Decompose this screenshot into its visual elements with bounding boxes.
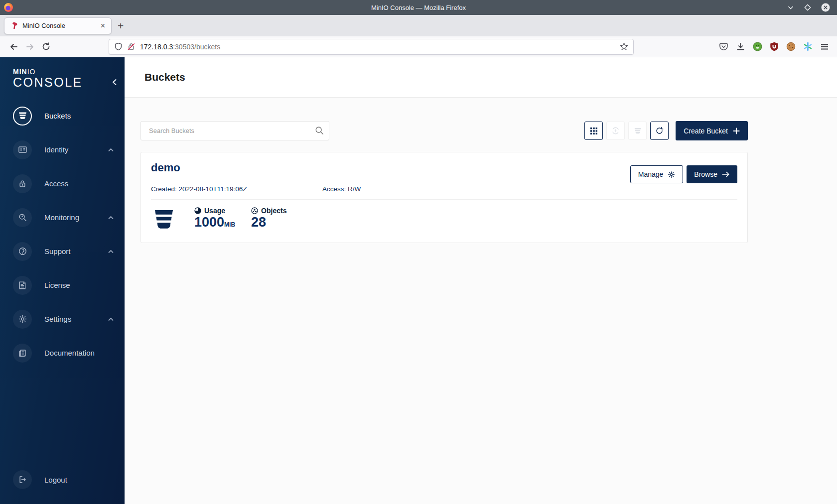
create-bucket-button[interactable]: Create Bucket: [676, 121, 748, 140]
privacy-badger-icon[interactable]: [753, 42, 762, 51]
page-title: Buckets: [144, 71, 185, 83]
url-bar[interactable]: 172.18.0.3:30503/buckets: [109, 39, 634, 55]
identity-icon: [18, 145, 27, 154]
usage-unit: MiB: [224, 221, 235, 228]
bucket-icon: [18, 111, 27, 121]
settings-gear-icon: [18, 314, 27, 324]
bucket-access: Access: R/W: [322, 185, 361, 193]
sidebar-menu: Buckets Identity Access Monitoring Suppo…: [0, 99, 125, 370]
search-input[interactable]: [140, 121, 329, 140]
shield-icon[interactable]: [114, 42, 123, 51]
pocket-icon[interactable]: [719, 42, 728, 51]
tab-bar: MinIO Console × +: [0, 15, 837, 36]
buckets-toolbar: Create Bucket: [140, 121, 748, 140]
access-lock-icon: [18, 179, 27, 188]
refresh-icon: [655, 126, 664, 135]
sidebar-item-label: Buckets: [44, 112, 71, 120]
manage-label: Manage: [638, 170, 664, 178]
chevron-up-icon[interactable]: [108, 317, 114, 321]
back-button[interactable]: [6, 39, 22, 55]
replicate-icon: [611, 126, 620, 135]
sidebar-item-label: Identity: [44, 145, 68, 154]
new-tab-button[interactable]: +: [118, 20, 124, 31]
browse-button[interactable]: Browse: [687, 165, 737, 183]
sidebar-item-label: Access: [44, 179, 68, 188]
gear-icon: [668, 171, 675, 178]
sidebar-item-buckets[interactable]: Buckets: [0, 99, 125, 133]
tab-close-icon[interactable]: ×: [99, 22, 107, 30]
url-path: :30503/buckets: [173, 43, 220, 51]
objects-metric: Objects 28: [251, 207, 286, 230]
refresh-buckets-button[interactable]: [650, 122, 669, 140]
card-divider: [151, 199, 737, 200]
monitoring-icon: [18, 213, 27, 222]
sidebar-item-label: License: [44, 281, 70, 289]
sidebar-item-settings[interactable]: Settings: [0, 302, 125, 336]
tab-minio-console[interactable]: MinIO Console ×: [4, 17, 112, 34]
chevron-up-icon[interactable]: [108, 148, 114, 152]
brand-console: CONSOLE: [13, 76, 125, 89]
sidebar-item-label: Support: [44, 247, 71, 255]
firefox-logo-icon: [3, 2, 13, 12]
close-button[interactable]: [821, 3, 830, 12]
url-host: 172.18.0.3: [140, 43, 173, 51]
grid-view-icon: [590, 127, 598, 135]
bucket-icon: [152, 207, 176, 233]
minio-favicon-icon: [10, 22, 18, 30]
container-icon[interactable]: [803, 42, 813, 51]
cookie-icon[interactable]: [786, 42, 796, 51]
brand-minio-light: IO: [27, 68, 36, 76]
objects-value: 28: [251, 215, 266, 230]
delete-buckets-button: [628, 122, 647, 140]
brand-minio-bold: MIN: [13, 68, 27, 76]
usage-pie-icon: [194, 207, 201, 214]
usage-label: Usage: [204, 207, 225, 215]
window-titlebar: MinIO Console — Mozilla Firefox: [0, 0, 837, 15]
manage-button[interactable]: Manage: [630, 165, 684, 183]
usage-metric: Usage 1000MiB: [194, 207, 235, 230]
url-text[interactable]: 172.18.0.3:30503/buckets: [140, 43, 620, 51]
sidebar-item-license[interactable]: License: [0, 268, 125, 302]
minimize-button[interactable]: [787, 4, 794, 11]
sidebar-item-label: Documentation: [44, 349, 95, 357]
list-view-toggle-button[interactable]: [584, 122, 603, 140]
browser-toolbar: 172.18.0.3:30503/buckets: [0, 36, 837, 57]
bucket-created: Created: 2022-08-10T11:19:06Z: [151, 185, 322, 193]
bookmark-star-icon[interactable]: [620, 42, 628, 51]
minio-console-logo: MINIO CONSOLE: [13, 68, 125, 89]
forward-button[interactable]: [22, 39, 38, 55]
main-content: Buckets: [125, 57, 837, 504]
search-icon: [315, 126, 324, 135]
sidebar-item-documentation[interactable]: Documentation: [0, 336, 125, 370]
sidebar-item-label: Settings: [44, 315, 71, 323]
delete-bucket-icon: [634, 127, 642, 135]
chevron-up-icon[interactable]: [108, 216, 114, 220]
license-icon: [18, 281, 27, 290]
lock-slash-icon[interactable]: [127, 42, 136, 51]
maximize-button[interactable]: [804, 4, 811, 11]
tab-title: MinIO Console: [22, 22, 99, 29]
sidebar-item-identity[interactable]: Identity: [0, 133, 125, 167]
sidebar-item-label: Logout: [44, 476, 67, 484]
page-header: Buckets: [125, 57, 837, 98]
window-title: MinIO Console — Mozilla Firefox: [0, 4, 837, 11]
reload-button[interactable]: [38, 39, 54, 55]
set-replication-button: [606, 122, 625, 140]
menu-icon[interactable]: [820, 42, 829, 51]
sidebar-item-access[interactable]: Access: [0, 167, 125, 201]
sidebar-collapse-icon[interactable]: [111, 78, 118, 86]
ublock-icon[interactable]: [770, 42, 779, 51]
sidebar-item-support[interactable]: Support: [0, 235, 125, 268]
chevron-up-icon[interactable]: [108, 250, 114, 253]
logout-icon: [18, 475, 27, 484]
usage-value: 1000: [194, 215, 224, 230]
documentation-icon: [18, 349, 27, 358]
sidebar-item-logout[interactable]: Logout: [0, 463, 125, 497]
sidebar-item-monitoring[interactable]: Monitoring: [0, 201, 125, 235]
sidebar: MINIO CONSOLE Buckets Identity Access Mo…: [0, 57, 125, 504]
bucket-card-demo[interactable]: demo Manage Browse Created: 2022-08-10T: [140, 152, 748, 243]
download-icon[interactable]: [736, 42, 745, 51]
support-icon: [18, 247, 27, 256]
objects-icon: [251, 207, 258, 214]
bucket-name-link[interactable]: demo: [151, 161, 180, 174]
